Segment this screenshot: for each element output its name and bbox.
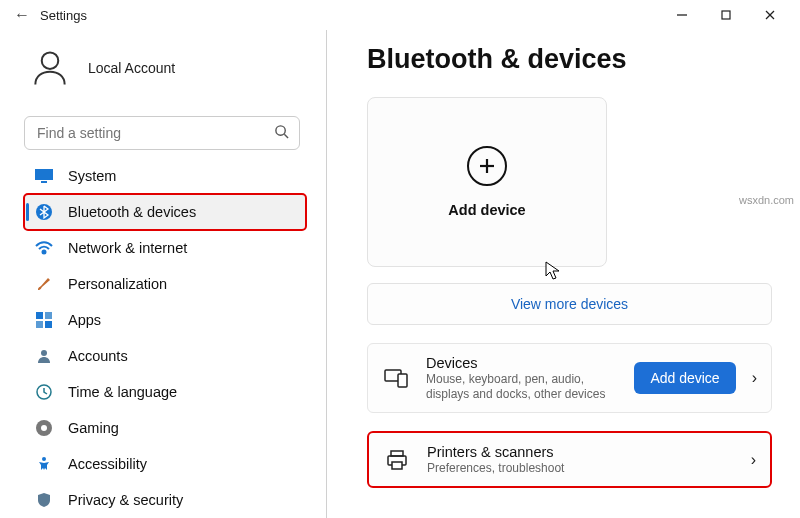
accessibility-icon <box>34 456 54 472</box>
shield-icon <box>34 492 54 508</box>
svg-rect-26 <box>392 462 402 469</box>
printers-card-subtitle: Preferences, troubleshoot <box>427 461 735 476</box>
sidebar-item-label: System <box>68 168 116 184</box>
sidebar-item-privacy[interactable]: Privacy & security <box>24 482 306 518</box>
sidebar-item-label: Accessibility <box>68 456 147 472</box>
svg-rect-14 <box>45 321 52 328</box>
clock-globe-icon <box>34 384 54 400</box>
devices-card-subtitle: Mouse, keyboard, pen, audio, displays an… <box>426 372 618 402</box>
apps-icon <box>34 312 54 328</box>
add-device-button[interactable]: Add device <box>634 362 735 394</box>
svg-point-4 <box>42 52 59 68</box>
sidebar-item-network[interactable]: Network & internet <box>24 230 306 266</box>
svg-rect-23 <box>398 374 407 387</box>
view-more-devices-link[interactable]: View more devices <box>367 283 772 325</box>
sidebar-item-bluetooth[interactable]: Bluetooth & devices <box>24 194 306 230</box>
account-name: Local Account <box>88 60 175 76</box>
sidebar-item-label: Gaming <box>68 420 119 436</box>
watermark: wsxdn.com <box>739 194 794 206</box>
sidebar-item-system[interactable]: System <box>24 158 306 194</box>
user-avatar-icon <box>28 46 72 90</box>
svg-rect-11 <box>36 312 43 319</box>
sidebar-item-gaming[interactable]: Gaming <box>24 410 306 446</box>
sidebar-item-label: Accounts <box>68 348 128 364</box>
gaming-icon <box>34 420 54 436</box>
sidebar-item-label: Network & internet <box>68 240 187 256</box>
printers-card-title: Printers & scanners <box>427 443 735 461</box>
svg-line-6 <box>284 134 288 138</box>
chevron-right-icon: › <box>751 451 756 469</box>
sidebar-item-accounts[interactable]: Accounts <box>24 338 306 374</box>
sidebar-item-label: Privacy & security <box>68 492 183 508</box>
sidebar-item-accessibility[interactable]: Accessibility <box>24 446 306 482</box>
svg-point-10 <box>43 251 46 254</box>
bluetooth-icon <box>34 203 54 221</box>
wifi-icon <box>34 241 54 255</box>
sidebar-item-label: Time & language <box>68 384 177 400</box>
svg-point-18 <box>41 425 47 431</box>
sidebar-item-label: Apps <box>68 312 101 328</box>
sidebar-item-time[interactable]: Time & language <box>24 374 306 410</box>
svg-rect-13 <box>36 321 43 328</box>
chevron-right-icon: › <box>752 369 757 387</box>
devices-card[interactable]: Devices Mouse, keyboard, pen, audio, dis… <box>367 343 772 413</box>
paintbrush-icon <box>34 276 54 292</box>
add-device-label: Add device <box>448 202 525 218</box>
svg-point-15 <box>41 350 47 356</box>
svg-rect-12 <box>45 312 52 319</box>
add-device-tile[interactable]: Add device <box>367 97 607 267</box>
account-header[interactable]: Local Account <box>24 38 306 108</box>
close-button[interactable] <box>748 0 792 30</box>
sidebar-item-label: Bluetooth & devices <box>68 204 196 220</box>
sidebar-item-personalization[interactable]: Personalization <box>24 266 306 302</box>
maximize-button[interactable] <box>704 0 748 30</box>
svg-point-5 <box>276 125 285 134</box>
sidebar-item-label: Personalization <box>68 276 167 292</box>
find-setting-search[interactable] <box>24 116 300 150</box>
svg-rect-7 <box>35 169 53 180</box>
printers-scanners-card[interactable]: Printers & scanners Preferences, trouble… <box>367 431 772 488</box>
svg-point-19 <box>42 457 46 461</box>
svg-rect-8 <box>41 181 47 183</box>
devices-icon <box>382 368 410 388</box>
printer-icon <box>383 450 411 470</box>
sidebar-item-apps[interactable]: Apps <box>24 302 306 338</box>
devices-card-title: Devices <box>426 354 618 372</box>
monitor-icon <box>34 169 54 183</box>
search-icon <box>274 124 289 143</box>
svg-rect-1 <box>722 11 730 19</box>
page-title: Bluetooth & devices <box>367 44 772 75</box>
search-input[interactable] <box>37 125 274 141</box>
person-icon <box>34 348 54 364</box>
plus-circle-icon <box>467 146 507 186</box>
minimize-button[interactable] <box>660 0 704 30</box>
window-title: Settings <box>40 8 87 23</box>
back-button[interactable]: ← <box>8 6 36 24</box>
